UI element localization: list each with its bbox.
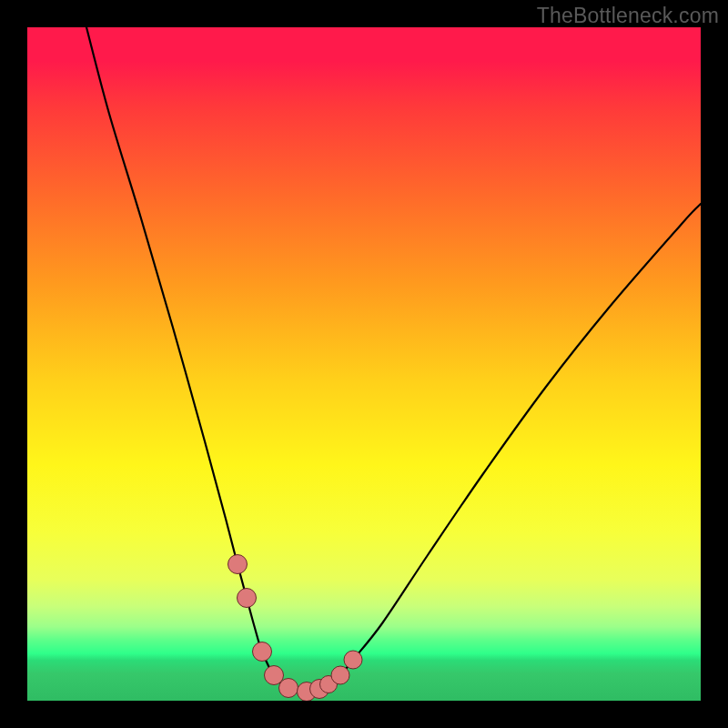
marker-group — [228, 555, 363, 702]
curve-layer — [27, 27, 701, 701]
watermark-text: TheBottleneck.com — [537, 4, 719, 28]
marker-right-3 — [344, 651, 362, 669]
chart-frame: TheBottleneck.com — [0, 0, 728, 728]
marker-left-top — [228, 555, 248, 574]
marker-floor-1 — [253, 642, 272, 662]
marker-left-bottom — [238, 589, 257, 608]
plot-area — [27, 27, 701, 701]
bottleneck-curve — [86, 27, 701, 692]
marker-floor-3 — [279, 679, 298, 698]
marker-right-2 — [331, 666, 349, 684]
